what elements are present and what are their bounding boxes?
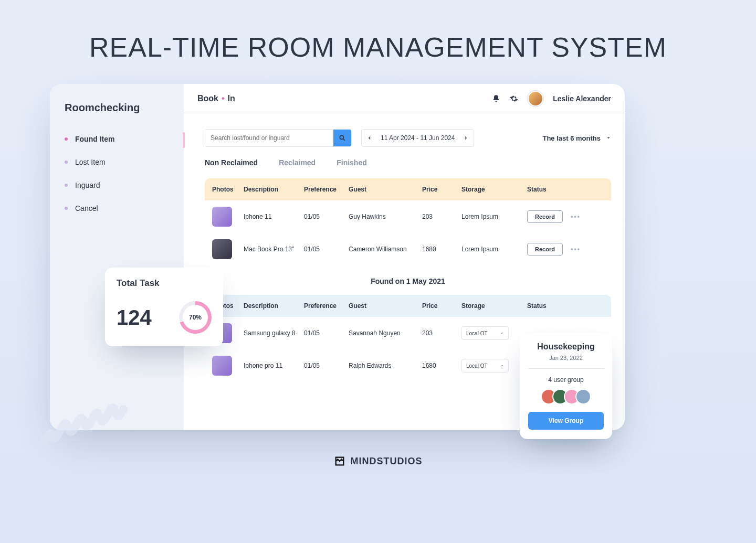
gear-icon[interactable]	[510, 94, 518, 103]
cell-guest: Ralph Edwards	[349, 362, 422, 369]
group-avatar	[575, 389, 591, 404]
hk-title: Housekeeping	[528, 342, 604, 352]
table-non-reclaimed: Photos Description Preference Guest Pric…	[205, 178, 611, 265]
sidebar-item-cancel[interactable]: Cancel	[65, 204, 169, 212]
col-price: Price	[422, 302, 461, 310]
tab-non-reclaimed[interactable]: Non Reclaimed	[205, 158, 258, 167]
filter-bar: 11 Apr 2024 - 11 Jun 2024 The last 6 mon…	[205, 129, 611, 147]
cell-price: 203	[422, 213, 461, 220]
select-value: Local OT	[466, 331, 488, 336]
item-thumbnail	[212, 356, 232, 376]
sidebar-item-label: Cancel	[75, 204, 98, 212]
table-header: Photos Description Preference Guest Pric…	[205, 295, 611, 317]
sidebar-item-inguard[interactable]: Inguard	[65, 181, 169, 189]
period-label: The last 6 months	[542, 134, 601, 142]
view-group-button[interactable]: View Group	[528, 412, 604, 430]
cell-description: Samsung gulaxy 8	[244, 329, 304, 337]
username: Leslie Alexander	[553, 94, 611, 103]
logo-separator: •	[222, 94, 225, 103]
col-guest: Guest	[349, 186, 422, 193]
cell-price: 1680	[422, 246, 461, 253]
cell-price: 203	[422, 329, 461, 337]
col-storage: Storage	[461, 302, 527, 310]
cell-storage: Lorem Ipsum	[461, 213, 527, 220]
period-dropdown[interactable]: The last 6 months	[542, 134, 611, 142]
col-preference: Preference	[304, 186, 349, 193]
col-price: Price	[422, 186, 461, 193]
housekeeping-card: Housekeeping Jan 23, 2022 4 user group V…	[520, 333, 612, 439]
date-range-picker[interactable]: 11 Apr 2024 - 11 Jun 2024	[361, 129, 474, 147]
record-button[interactable]: Record	[527, 243, 563, 255]
date-range-label: 11 Apr 2024 - 11 Jun 2024	[381, 134, 455, 142]
cell-guest: Cameron Williamson	[349, 246, 422, 253]
storage-select[interactable]: Local OT	[461, 359, 509, 372]
progress-percent: 70%	[183, 305, 208, 330]
col-preference: Preference	[304, 302, 349, 310]
tab-reclaimed[interactable]: Reclaimed	[279, 158, 316, 167]
search-button[interactable]	[333, 130, 351, 146]
task-card-title: Total Task	[117, 278, 212, 289]
col-description: Description	[244, 302, 304, 310]
logo-word-book: Book	[197, 94, 218, 103]
bullet-icon	[65, 184, 68, 187]
cell-preference: 01/05	[304, 329, 349, 337]
col-status: Status	[527, 302, 601, 310]
logo-word-in: In	[228, 94, 235, 103]
hk-date: Jan 23, 2022	[528, 355, 604, 361]
item-thumbnail	[212, 239, 232, 259]
cell-preference: 01/05	[304, 362, 349, 369]
cell-description: Iphone pro 11	[244, 362, 304, 369]
table-row: Iphone 11 01/05 Guy Hawkins 203 Lorem Ip…	[205, 200, 611, 233]
mindstudios-text: MINDSTUDIOS	[351, 456, 423, 467]
tab-finished[interactable]: Finished	[337, 158, 367, 167]
sidebar: Roomchecking Found Item Lost Item Inguar…	[50, 84, 184, 430]
divider	[528, 368, 604, 369]
record-button[interactable]: Record	[527, 210, 563, 223]
search-input[interactable]	[205, 130, 333, 146]
chevron-down-icon	[500, 331, 504, 335]
mindstudios-logo: MINDSTUDIOS	[0, 455, 756, 467]
sidebar-item-label: Inguard	[75, 181, 100, 189]
app-logo: Book • In	[197, 94, 235, 103]
hero-title: REAL-TIME ROOM MANAGEMENT SYSTEM	[0, 31, 756, 63]
col-status: Status	[527, 186, 601, 193]
chevron-right-icon[interactable]	[463, 135, 468, 141]
search-field	[205, 129, 352, 147]
item-thumbnail	[212, 207, 232, 227]
sidebar-brand: Roomchecking	[65, 102, 169, 114]
cell-description: Iphone 11	[244, 213, 304, 220]
bullet-icon	[65, 207, 68, 210]
more-icon[interactable]: •••	[571, 246, 581, 253]
sidebar-item-lost[interactable]: Lost Item	[65, 158, 169, 166]
cell-price: 1680	[422, 362, 461, 369]
tabs: Non Reclaimed Reclaimed Finished	[205, 158, 611, 167]
mindstudios-mark-icon	[334, 455, 345, 467]
sidebar-item-found[interactable]: Found Item	[65, 135, 169, 143]
svg-point-0	[340, 135, 343, 139]
topbar: Book • In Leslie Alexander	[184, 84, 625, 113]
col-description: Description	[244, 186, 304, 193]
search-icon	[339, 134, 346, 142]
chevron-left-icon[interactable]	[367, 135, 372, 141]
task-count: 124	[117, 306, 152, 329]
progress-ring: 70%	[179, 301, 212, 334]
col-guest: Guest	[349, 302, 422, 310]
sidebar-item-label: Lost Item	[75, 158, 106, 166]
avatar-group	[528, 389, 604, 404]
user-avatar[interactable]	[528, 91, 543, 107]
scribble-decoration	[39, 357, 134, 451]
bullet-icon	[65, 161, 68, 164]
cell-description: Mac Book Pro 13''	[244, 246, 304, 253]
cell-preference: 01/05	[304, 213, 349, 220]
cell-preference: 01/05	[304, 246, 349, 253]
total-task-card: Total Task 124 70%	[105, 268, 223, 346]
more-icon[interactable]: •••	[571, 213, 581, 220]
found-on-label: Found on 1 May 2021	[205, 277, 611, 285]
bell-icon[interactable]	[492, 94, 500, 103]
storage-select[interactable]: Local OT	[461, 326, 509, 340]
select-value: Local OT	[466, 363, 488, 369]
chevron-down-icon	[500, 364, 504, 368]
caret-down-icon	[606, 135, 611, 141]
hk-subtitle: 4 user group	[528, 376, 604, 384]
table-header: Photos Description Preference Guest Pric…	[205, 178, 611, 200]
